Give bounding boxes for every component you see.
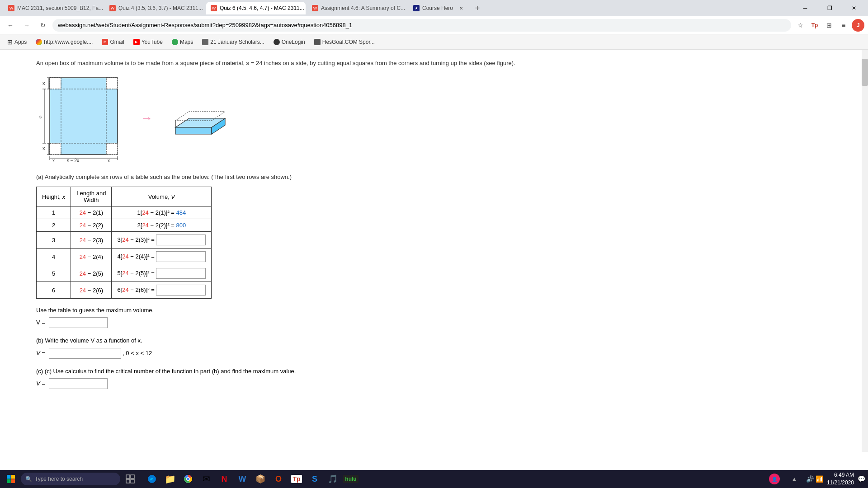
cell-vol-6: 6[24 − 2(6)]² =: [112, 282, 212, 299]
cell-lw-6: 24 − 2(6): [71, 282, 112, 299]
bookmark-youtube[interactable]: ▶ YouTube: [130, 36, 166, 48]
maximize-button[interactable]: ❐: [819, 0, 840, 16]
close-button[interactable]: ✕: [844, 0, 864, 16]
tab-5-favicon: ★: [413, 5, 420, 11]
taskbar-file-explorer-icon[interactable]: 📁: [162, 471, 178, 487]
new-tab-button[interactable]: +: [471, 2, 484, 14]
bookmark-onelogin[interactable]: OneLogin: [270, 36, 309, 48]
scrollbar[interactable]: [862, 50, 868, 452]
taskbar-netflix-icon[interactable]: N: [216, 471, 232, 487]
address-bar: ← → ↻ ☆ Tp ⊞ ≡ J: [0, 16, 868, 34]
cell-lw-4: 24 − 2(4): [71, 249, 112, 265]
cell-lw-2: 24 − 2(2): [71, 219, 112, 232]
svg-rect-35: [11, 475, 15, 479]
input-vol-6[interactable]: [156, 285, 206, 296]
tray-chevron[interactable]: ▲: [786, 471, 802, 487]
cell-height-2: 2: [37, 219, 71, 232]
taskbar-music-icon[interactable]: 🎵: [325, 471, 341, 487]
taskbar-tp-icon[interactable]: Tp: [288, 471, 305, 487]
guess-section: Use the table to guess the maximum volum…: [36, 305, 832, 328]
square-diagram: x x s s − 2x: [36, 73, 127, 164]
svg-rect-39: [131, 475, 134, 479]
bookmark-hesgoal-label: HesGoal.COM Spor...: [322, 39, 375, 45]
col-header-volume: Volume, V: [112, 187, 212, 206]
tab-4[interactable]: W Assignment 4.6: A Summary of C... ✕: [307, 2, 407, 14]
task-view-button[interactable]: [122, 471, 138, 487]
bookmark-gmail[interactable]: M Gmail: [98, 36, 127, 48]
input-vol-5[interactable]: [156, 268, 206, 279]
part-b-input-row: V = , 0 < x < 12: [36, 348, 832, 359]
part-c-section: (c) (c) Use calculus to find the critica…: [36, 366, 832, 389]
bookmark-hesgoal[interactable]: HesGoal.COM Spor...: [311, 36, 378, 48]
tab-5[interactable]: ★ Course Hero ✕: [409, 2, 469, 14]
taskbar-word-icon[interactable]: W: [234, 471, 250, 487]
cell-vol-2: 2[24 − 2(2)]² = 800: [112, 219, 212, 232]
svg-marker-30: [175, 127, 212, 134]
profile-icon-tp[interactable]: Tp: [808, 19, 821, 32]
table-row: 4 24 − 2(4) 4[24 − 2(4)]² =: [37, 249, 212, 265]
table-row: 5 24 − 2(5) 5[24 − 2(5)]² =: [37, 265, 212, 282]
tab-4-favicon: W: [312, 5, 318, 11]
taskbar-search[interactable]: 🔍 Type here to search: [21, 473, 120, 485]
minimize-button[interactable]: ─: [795, 0, 816, 16]
bookmark-apps[interactable]: ⊞ Apps: [4, 36, 30, 48]
tray-avatar-icon: 👤: [769, 474, 780, 484]
input-max-volume[interactable]: [49, 317, 108, 328]
tab-3[interactable]: W Quiz 6 (4.5, 4.6, 4.7) - MAC 2311... ✕: [206, 2, 306, 14]
taskbar-mail-icon[interactable]: ✉: [198, 471, 214, 487]
tab-2[interactable]: W Quiz 4 (3.5, 3.6, 3.7) - MAC 2311... ✕: [105, 2, 204, 14]
scrollbar-thumb[interactable]: [862, 59, 868, 86]
tab-2-label: Quiz 4 (3.5, 3.6, 3.7) - MAC 2311...: [118, 5, 203, 11]
volume-icon[interactable]: 🔊: [806, 475, 814, 483]
cell-height-6: 6: [37, 282, 71, 299]
clock[interactable]: 6:49 AM 11/21/2020: [827, 471, 854, 487]
bookmark-maps[interactable]: Maps: [168, 36, 197, 48]
part-b-label: (b) Write the volume V as a function of …: [36, 335, 832, 346]
taskbar: 🔍 Type here to search 📁: [0, 470, 868, 488]
back-button[interactable]: ←: [4, 19, 17, 32]
bookmark-scholars[interactable]: 21 January Scholars...: [198, 36, 268, 48]
input-vol-3[interactable]: [156, 235, 206, 245]
bookmark-google[interactable]: http://www.google....: [32, 36, 96, 48]
cell-height-1: 1: [37, 206, 71, 219]
bookmark-star-icon[interactable]: ☆: [794, 19, 807, 32]
svg-rect-38: [126, 475, 130, 479]
system-tray: 👤 ▲ 🔊 📶 6:49 AM 11/21/2020 💬: [766, 471, 865, 487]
input-vol-4[interactable]: [156, 251, 206, 262]
part-c-label-text: (c) Use calculus to find the critical nu…: [45, 368, 296, 375]
svg-text:x: x: [108, 158, 110, 163]
page-content: An open box of maximum volume is to be m…: [0, 50, 868, 470]
tab-1[interactable]: W MAC 2311, section 5009_B12, Fa... ✕: [4, 2, 103, 14]
taskbar-dropbox-icon[interactable]: 📦: [252, 471, 269, 487]
v-equals-row: V =: [36, 317, 832, 328]
tab-5-close[interactable]: ✕: [458, 5, 465, 12]
forward-button[interactable]: →: [20, 19, 33, 32]
table-row: 3 24 − 2(3) 3[24 − 2(3)]² =: [37, 232, 212, 249]
notification-center[interactable]: 💬: [858, 475, 865, 483]
input-critical-value[interactable]: [49, 378, 108, 389]
tray-avatar[interactable]: 👤: [766, 471, 783, 487]
bookmark-scholars-label: 21 January Scholars...: [210, 39, 264, 45]
bookmark-google-label: http://www.google....: [44, 39, 93, 45]
extensions-icon[interactable]: ⊞: [823, 19, 835, 32]
tray-icons: 🔊 📶: [806, 475, 823, 483]
taskbar-edge-icon[interactable]: [144, 471, 160, 487]
taskbar-s-icon[interactable]: S: [307, 471, 323, 487]
address-icons: ☆ Tp ⊞ ≡ J: [794, 19, 864, 32]
svg-rect-37: [11, 479, 15, 483]
refresh-button[interactable]: ↻: [36, 19, 50, 32]
menu-icon[interactable]: ≡: [837, 19, 850, 32]
user-avatar[interactable]: J: [852, 19, 864, 32]
part-a-label: (a) Analytically complete six rows of a …: [36, 173, 832, 182]
taskbar-hulu-icon[interactable]: hulu: [343, 471, 359, 487]
input-volume-function[interactable]: [49, 348, 121, 359]
taskbar-chrome-icon[interactable]: [180, 471, 196, 487]
wifi-icon[interactable]: 📶: [816, 475, 823, 483]
tab-1-label: MAC 2311, section 5009_B12, Fa...: [17, 5, 103, 11]
v-equals-label: V =: [36, 319, 45, 326]
address-input[interactable]: [52, 19, 791, 32]
start-button[interactable]: [3, 471, 19, 487]
svg-text:x: x: [42, 145, 45, 151]
problem-text: An open box of maximum volume is to be m…: [36, 59, 832, 68]
taskbar-office-icon[interactable]: O: [270, 471, 287, 487]
